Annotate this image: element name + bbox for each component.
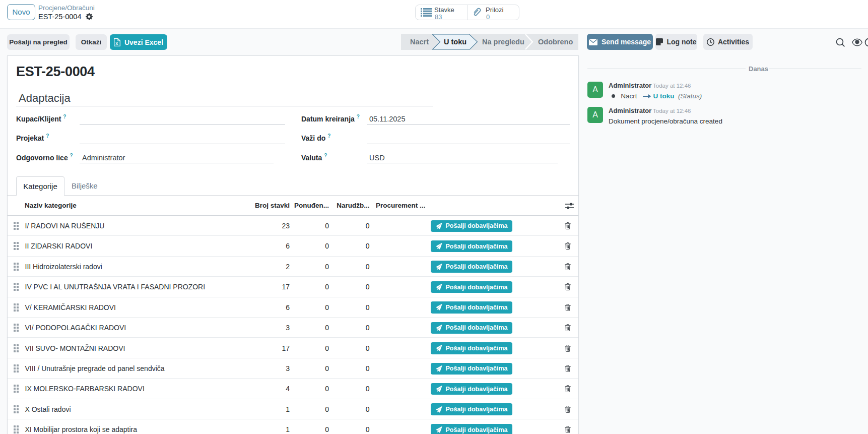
svg-text:x: x (115, 40, 118, 45)
